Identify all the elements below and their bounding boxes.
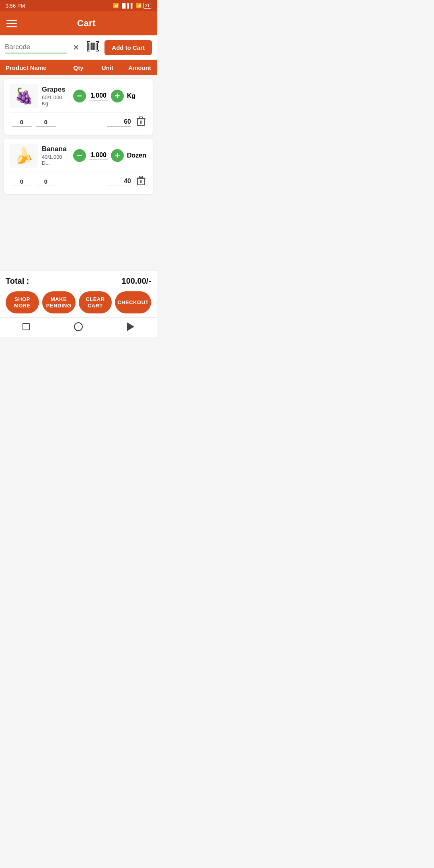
product-name-grapes: Grapes	[42, 86, 69, 94]
cart-item-bottom-grapes: 0 0 60	[10, 112, 147, 130]
cart-item-banana: 🍌 Banana 40/1.000 D... − 1.000 + Dozen	[4, 139, 153, 194]
signal-icon: ▐▌▌▌	[121, 3, 134, 8]
barcode-row: ✕ Add to Cart	[0, 35, 157, 60]
svg-rect-4	[92, 43, 94, 50]
scan-barcode-icon[interactable]	[85, 39, 100, 55]
svg-rect-11	[98, 41, 99, 43]
nav-square-button[interactable]	[21, 322, 31, 332]
unit-label-grapes: Kg	[127, 92, 147, 100]
footer: Total : 100.00/- SHOP MORE MAKE PENDING …	[0, 270, 157, 317]
svg-rect-1	[88, 43, 89, 50]
amount-field-banana: 40	[58, 174, 147, 189]
make-pending-button[interactable]: MAKE PENDING	[42, 291, 76, 313]
svg-rect-6	[96, 43, 96, 50]
col-qty: Qty	[64, 64, 93, 71]
field2-value-banana: 0	[36, 178, 56, 186]
product-image-banana: 🍌	[10, 143, 38, 168]
barcode-input-wrap	[5, 41, 67, 53]
time: 3:56 PM	[6, 3, 25, 9]
svg-rect-13	[87, 51, 90, 51]
svg-rect-20	[139, 117, 143, 118]
qty-controls-banana: − 1.000 + Dozen	[73, 149, 147, 162]
table-header: Product Name Qty Unit Amount	[0, 60, 157, 75]
svg-rect-7	[97, 43, 98, 50]
qty-value-banana: 1.000	[89, 151, 108, 160]
svg-rect-9	[87, 41, 88, 43]
svg-rect-3	[91, 43, 92, 50]
total-amount: 100.00/-	[122, 276, 151, 286]
amount-value-banana: 40	[107, 178, 131, 186]
svg-rect-22	[140, 180, 141, 183]
delete-banana-button[interactable]	[135, 174, 147, 189]
field1-grapes: 0	[10, 119, 34, 127]
battery-indicator: 31	[143, 3, 151, 9]
field1-banana: 0	[10, 178, 34, 186]
increase-qty-grapes[interactable]: +	[111, 90, 124, 102]
svg-rect-21	[137, 178, 145, 185]
svg-rect-0	[87, 43, 88, 50]
page-title: Cart	[23, 18, 150, 29]
empty-space	[0, 198, 157, 270]
cart-item-top: 🍇 Grapes 60/1.000 Kg − 1.000 + Kg	[10, 84, 147, 108]
svg-rect-2	[90, 43, 90, 50]
field2-banana: 0	[34, 178, 58, 186]
clear-icon[interactable]: ✕	[71, 41, 81, 54]
header: Cart	[0, 11, 157, 35]
amount-value-grapes: 60	[107, 118, 131, 127]
product-sub-banana: 40/1.000 D...	[42, 154, 69, 166]
nav-bar	[0, 317, 157, 337]
menu-button[interactable]	[6, 20, 17, 27]
field2-grapes: 0	[34, 119, 58, 127]
increase-qty-banana[interactable]: +	[111, 149, 124, 162]
decrease-qty-grapes[interactable]: −	[73, 90, 86, 102]
field2-value-grapes: 0	[36, 119, 56, 127]
status-bar: 3:56 PM 📶 ▐▌▌▌ 📶 31	[0, 0, 157, 11]
status-icons: 📶 ▐▌▌▌ 📶 31	[113, 3, 151, 9]
cart-list: 🍇 Grapes 60/1.000 Kg − 1.000 + Kg	[0, 75, 157, 198]
svg-rect-18	[141, 121, 142, 124]
product-info-banana: Banana 40/1.000 D...	[42, 145, 69, 166]
cart-item-bottom-banana: 0 0 40	[10, 172, 147, 189]
cart-item-grapes: 🍇 Grapes 60/1.000 Kg − 1.000 + Kg	[4, 79, 153, 135]
product-info-grapes: Grapes 60/1.000 Kg	[42, 86, 69, 106]
page: 3:56 PM 📶 ▐▌▌▌ 📶 31 Cart ✕	[0, 0, 157, 337]
col-unit: Unit	[93, 64, 122, 71]
field1-value-banana: 0	[12, 178, 32, 186]
field1-value-grapes: 0	[12, 119, 32, 127]
qty-value-grapes: 1.000	[89, 92, 108, 100]
main-content: 🍇 Grapes 60/1.000 Kg − 1.000 + Kg	[0, 75, 157, 337]
col-amount: Amount	[122, 64, 151, 71]
col-product-name: Product Name	[6, 64, 64, 71]
barcode-input[interactable]	[5, 41, 67, 53]
svg-rect-16	[137, 119, 145, 125]
unit-label-banana: Dozen	[127, 152, 147, 159]
nav-home-button[interactable]	[74, 322, 83, 332]
clear-cart-button[interactable]: CLEAR CART	[79, 291, 112, 313]
cart-item-top-banana: 🍌 Banana 40/1.000 D... − 1.000 + Dozen	[10, 143, 147, 168]
shop-more-button[interactable]: SHOP MORE	[6, 291, 39, 313]
product-name-banana: Banana	[42, 145, 69, 153]
wifi-icon: 📶	[136, 3, 142, 8]
svg-rect-23	[141, 180, 142, 183]
nav-back-button[interactable]	[126, 322, 135, 332]
checkout-button[interactable]: CHECKOUT	[115, 291, 151, 313]
svg-rect-15	[96, 51, 99, 51]
svg-rect-17	[140, 121, 141, 124]
product-sub-grapes: 60/1.000 Kg	[42, 94, 69, 106]
product-image-grapes: 🍇	[10, 84, 38, 108]
decrease-qty-banana[interactable]: −	[73, 149, 86, 162]
action-buttons: SHOP MORE MAKE PENDING CLEAR CART CHECKO…	[6, 291, 151, 313]
svg-rect-25	[139, 176, 143, 178]
delete-grapes-button[interactable]	[135, 115, 147, 130]
qty-controls-grapes: − 1.000 + Kg	[73, 90, 147, 102]
add-to-cart-button[interactable]: Add to Cart	[104, 40, 152, 55]
amount-field-grapes: 60	[58, 115, 147, 130]
svg-rect-5	[94, 43, 95, 50]
total-label: Total :	[6, 276, 29, 286]
total-row: Total : 100.00/-	[6, 276, 151, 286]
bluetooth-icon: 📶	[113, 3, 119, 8]
